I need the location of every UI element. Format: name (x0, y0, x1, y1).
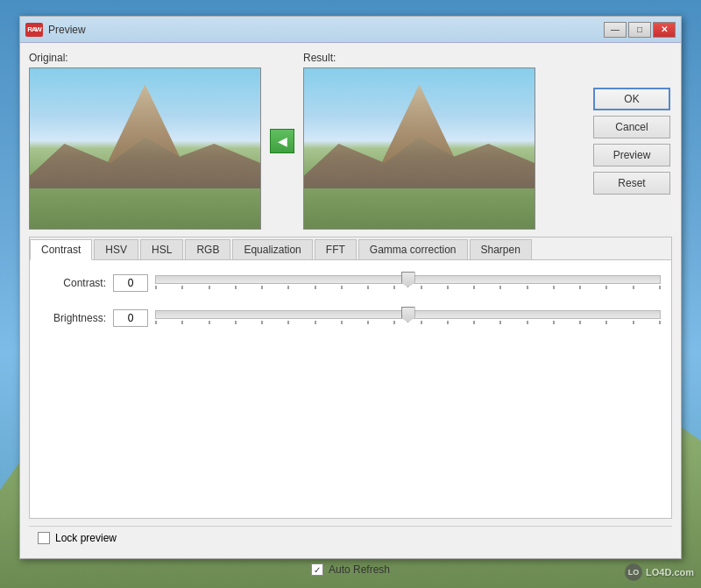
result-image-content (304, 68, 535, 229)
brightness-value[interactable]: 0 (113, 309, 148, 327)
tab-equalization[interactable]: Equalization (232, 239, 312, 259)
auto-refresh-label: Auto Refresh (329, 563, 390, 576)
tab-hsl[interactable]: HSL (140, 239, 183, 259)
bottom-bar: Lock preview (29, 526, 672, 549)
minimize-button[interactable]: — (604, 22, 627, 38)
result-image (303, 67, 535, 230)
action-buttons: OK Cancel Preview Reset (593, 88, 672, 195)
preview-area: Original: ◀ Result: OK Cancel Preview Re… (29, 52, 672, 230)
brightness-row: Brightness: 0 (40, 309, 661, 327)
auto-refresh-area: Auto Refresh (311, 563, 390, 576)
brightness-slider-container (155, 310, 661, 326)
tab-rgb[interactable]: RGB (185, 239, 230, 259)
contrast-row: Contrast: 0 (40, 274, 661, 292)
ok-button[interactable]: OK (593, 88, 670, 110)
close-button[interactable]: ✕ (653, 22, 676, 38)
auto-refresh-checkbox[interactable] (311, 563, 323, 576)
result-panel: Result: (303, 52, 535, 230)
tab-gamma[interactable]: Gamma correction (358, 239, 468, 259)
watermark-icon: LO (625, 563, 642, 581)
contrast-slider-track[interactable] (155, 275, 661, 284)
maximize-button[interactable]: □ (628, 22, 651, 38)
tab-hsv[interactable]: HSV (94, 239, 138, 259)
watermark: LO LO4D.com (625, 563, 694, 581)
preview-button[interactable]: Preview (593, 144, 670, 166)
tab-contrast[interactable]: Contrast (30, 239, 92, 260)
original-image-content (30, 68, 260, 229)
contrast-slider-container (155, 275, 661, 291)
title-bar: RAW Preview — □ ✕ (20, 17, 681, 43)
original-panel: Original: (29, 52, 261, 230)
contrast-label: Contrast: (40, 277, 106, 289)
arrow-button[interactable]: ◀ (270, 129, 294, 153)
reset-button[interactable]: Reset (593, 172, 670, 195)
lock-preview-checkbox[interactable] (38, 532, 50, 544)
tab-fft[interactable]: FFT (315, 239, 357, 259)
lock-preview-label: Lock preview (55, 532, 117, 544)
tab-content-contrast: Contrast: 0 (30, 260, 671, 518)
app-icon: RAW (25, 23, 43, 37)
original-image (29, 67, 261, 230)
tab-bar: Contrast HSV HSL RGB Equalization FFT (30, 237, 671, 260)
preview-dialog: RAW Preview — □ ✕ Original: ◀ Result: (19, 16, 682, 559)
tab-sharpen[interactable]: Sharpen (470, 239, 532, 259)
brightness-slider-track[interactable] (155, 310, 661, 319)
cancel-button[interactable]: Cancel (593, 116, 670, 138)
dialog-content: Original: ◀ Result: OK Cancel Preview Re… (20, 43, 681, 558)
title-bar-left: RAW Preview (25, 23, 86, 37)
result-label: Result: (303, 52, 535, 64)
brightness-label: Brightness: (40, 312, 106, 324)
dialog-title: Preview (48, 24, 86, 36)
watermark-text: LO4D.com (646, 567, 694, 577)
contrast-value[interactable]: 0 (113, 274, 148, 292)
original-label: Original: (29, 52, 261, 64)
lock-preview-control: Lock preview (38, 532, 117, 544)
tab-section: Contrast HSV HSL RGB Equalization FFT (29, 237, 672, 519)
title-bar-controls: — □ ✕ (604, 22, 676, 38)
